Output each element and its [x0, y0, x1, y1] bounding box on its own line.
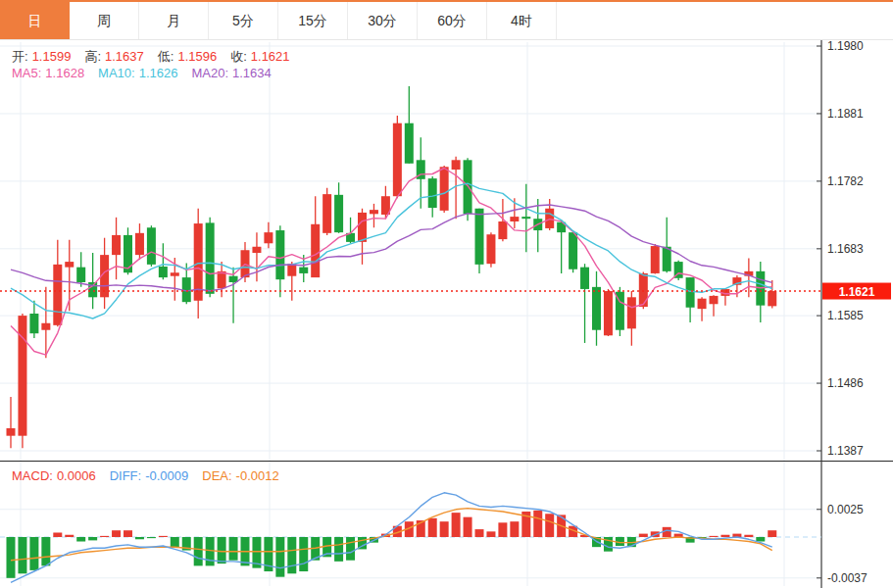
- dea-value: -0.0012: [236, 468, 279, 483]
- tab-5min[interactable]: 5分: [209, 2, 278, 39]
- last-price-badge-text: 1.1621: [839, 285, 875, 299]
- macd-bar: [710, 536, 719, 537]
- macd-bar: [18, 537, 26, 573]
- low-value: 1.1596: [177, 49, 217, 64]
- macd-bar: [275, 537, 284, 577]
- macd-bar: [88, 537, 97, 540]
- macd-bar: [756, 537, 765, 542]
- close-label: 收:: [230, 49, 247, 64]
- candle-body: [264, 232, 273, 243]
- axis-tick-label: 1.1486: [827, 376, 864, 390]
- axis-tick-label: 1.1585: [827, 309, 864, 322]
- candle-body: [405, 123, 414, 164]
- kline-chart[interactable]: 1.19801.18811.17821.16831.15851.14861.13…: [0, 40, 893, 588]
- axis-tick-label: 1.1980: [827, 40, 864, 53]
- low-label: 低:: [158, 49, 174, 64]
- candle-body: [521, 217, 530, 219]
- ma10-value: 1.1626: [139, 66, 178, 80]
- macd-label: MACD:: [12, 468, 53, 483]
- macd-bar: [475, 529, 484, 537]
- tab-monthly[interactable]: 月: [139, 2, 209, 39]
- macd-bar: [545, 514, 554, 537]
- macd-bar: [100, 536, 109, 537]
- dea-label: DEA:: [202, 468, 231, 483]
- ohlc-legend: 开:1.1599高:1.1637低:1.1596收:1.1621: [12, 48, 294, 66]
- candle-body: [604, 291, 613, 335]
- tab-4hour[interactable]: 4时: [487, 2, 557, 39]
- candle-body: [124, 235, 132, 272]
- candle-body: [41, 323, 50, 330]
- candle-body: [334, 195, 343, 232]
- axis-tick-label: 1.1683: [827, 242, 864, 256]
- candle-body: [710, 296, 719, 304]
- ma5-label: MA5:: [12, 66, 41, 80]
- macd-bar: [464, 517, 472, 537]
- chart-svg[interactable]: 1.19801.18811.17821.16831.15851.14861.13…: [0, 40, 893, 588]
- candle-body: [171, 272, 179, 275]
- macd-bar: [7, 537, 16, 578]
- candle-body: [112, 235, 121, 255]
- candle-body: [358, 213, 367, 242]
- macd-bar: [65, 535, 74, 537]
- candle-body: [76, 268, 85, 282]
- axis-tick-label: 1.1881: [827, 107, 864, 121]
- candle-body: [580, 268, 589, 289]
- macd-bar: [287, 537, 296, 573]
- macd-bar: [346, 537, 355, 561]
- macd-bar: [147, 537, 156, 538]
- open-value: 1.1599: [32, 49, 72, 64]
- macd-bar: [41, 537, 50, 565]
- candle-body: [218, 271, 226, 288]
- macd-bar: [428, 518, 437, 537]
- macd-bar: [498, 522, 507, 537]
- macd-bar: [194, 537, 203, 565]
- high-value: 1.1637: [105, 49, 144, 64]
- macd-bar: [171, 537, 179, 547]
- macd-bar: [486, 531, 495, 537]
- open-label: 开:: [12, 49, 28, 64]
- tab-daily[interactable]: 日: [0, 2, 70, 39]
- candle-body: [147, 227, 156, 265]
- candle-body: [370, 210, 378, 214]
- timeframe-tabbar: 日 周 月 5分 15分 30分 60分 4时: [0, 0, 893, 40]
- candle-body: [475, 209, 484, 265]
- macd-value: 0.0006: [57, 468, 96, 483]
- close-value: 1.1621: [251, 49, 290, 64]
- candle-body: [440, 167, 449, 211]
- candle-body: [29, 314, 38, 333]
- macd-bar: [206, 537, 215, 565]
- ma10-label: MA10:: [98, 66, 135, 80]
- tab-15min[interactable]: 15分: [278, 2, 348, 39]
- candle-body: [768, 291, 776, 306]
- candle-body: [65, 262, 74, 268]
- macd-bar: [299, 537, 308, 571]
- ma-legend: MA5:1.1628MA10:1.1626MA20:1.1634: [12, 66, 275, 80]
- candle-body: [159, 267, 168, 277]
- candle-body: [275, 230, 284, 279]
- candle-body: [686, 277, 695, 308]
- candle-body: [698, 299, 707, 309]
- macd-bar: [29, 537, 38, 570]
- candle-body: [498, 221, 507, 239]
- candle-body: [486, 234, 495, 264]
- macd-bar: [440, 521, 449, 537]
- macd-bar: [229, 537, 238, 561]
- axis-tick-label: 1.1782: [827, 174, 864, 188]
- candle-body: [452, 160, 461, 170]
- macd-bar: [768, 530, 776, 537]
- candle-body: [651, 246, 660, 273]
- macd-bar: [744, 535, 753, 537]
- macd-bar: [135, 537, 144, 539]
- tab-60min[interactable]: 60分: [418, 2, 487, 39]
- candle-body: [135, 233, 144, 255]
- macd-bar: [510, 521, 519, 537]
- tab-30min[interactable]: 30分: [348, 2, 418, 39]
- tab-weekly[interactable]: 周: [70, 2, 139, 39]
- candle-body: [464, 160, 472, 214]
- candle-body: [510, 217, 519, 221]
- candle-body: [627, 297, 636, 328]
- ma20-value: 1.1634: [232, 66, 272, 80]
- candle-body: [206, 222, 215, 293]
- diff-value: -0.0009: [145, 468, 188, 483]
- axis-tick-label: -0.0037: [827, 571, 868, 585]
